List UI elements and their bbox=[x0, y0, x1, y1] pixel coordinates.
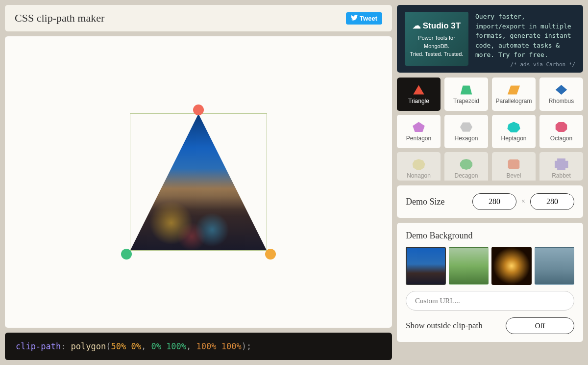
css-arg-2: 0% 100% bbox=[151, 341, 186, 351]
cloud-icon: ☁ bbox=[413, 20, 421, 32]
custom-url-input[interactable] bbox=[406, 291, 574, 311]
bevel-icon bbox=[507, 158, 521, 170]
twitter-icon bbox=[351, 15, 358, 22]
rhombus-icon bbox=[555, 84, 568, 96]
shape-label: Heptagon bbox=[501, 135, 526, 142]
pentagon-icon bbox=[412, 121, 426, 133]
parallelogram-icon bbox=[507, 84, 521, 96]
header-bar: CSS clip-path maker Tweet bbox=[5, 5, 392, 31]
shape-label: Hexagon bbox=[454, 135, 478, 142]
css-arg-3: 100% 100% bbox=[196, 341, 242, 351]
heptagon-icon bbox=[507, 121, 521, 133]
shape-label: Trapezoid bbox=[453, 98, 479, 104]
shape-label: Bevel bbox=[506, 172, 521, 179]
shape-tile-octagon[interactable]: Octagon bbox=[539, 115, 583, 148]
bg-thumb-sparkler[interactable] bbox=[491, 247, 532, 285]
bg-thumb-hills[interactable] bbox=[449, 247, 489, 285]
demo-image bbox=[130, 114, 267, 250]
css-property: clip-path bbox=[16, 341, 61, 351]
hexagon-icon bbox=[460, 121, 473, 133]
rabbet-icon bbox=[555, 158, 568, 170]
shape-tile-decagon[interactable]: Decagon bbox=[444, 152, 488, 181]
triangle-icon bbox=[412, 84, 426, 96]
ad-card[interactable]: ☁Studio 3T Power Tools for MongoDB. Trie… bbox=[397, 5, 583, 73]
shape-label: Nonagon bbox=[407, 172, 431, 179]
handle-bottom-left[interactable] bbox=[121, 249, 132, 260]
demo-background-panel: Demo Background Show outside clip-path O… bbox=[397, 223, 583, 342]
shape-label: Triangle bbox=[408, 98, 429, 104]
demo-bg-label: Demo Background bbox=[406, 231, 574, 241]
page-title: CSS clip-path maker bbox=[15, 12, 104, 25]
shape-tile-pentagon[interactable]: Pentagon bbox=[397, 115, 441, 148]
ad-copy: Query faster, import/export in multiple … bbox=[475, 12, 575, 60]
multiply-icon: × bbox=[521, 198, 525, 206]
shape-tile-trapezoid[interactable]: Trapezoid bbox=[444, 78, 488, 111]
demo-bounds bbox=[130, 113, 267, 251]
demo-size-label: Demo Size bbox=[406, 197, 444, 207]
show-outside-toggle[interactable]: Off bbox=[506, 317, 574, 334]
trapezoid-icon bbox=[460, 84, 473, 96]
handle-bottom-right[interactable] bbox=[265, 249, 276, 260]
demo-size-panel: Demo Size × bbox=[397, 185, 583, 218]
shape-tile-nonagon[interactable]: Nonagon bbox=[397, 152, 441, 181]
css-output[interactable]: clip-path: polygon(50% 0%, 0% 100%, 100%… bbox=[5, 333, 392, 360]
show-outside-label: Show outside clip-path bbox=[406, 321, 483, 331]
shape-label: Decagon bbox=[454, 172, 478, 179]
ad-logo: ☁Studio 3T Power Tools for MongoDB. Trie… bbox=[405, 12, 468, 66]
tweet-label: Tweet bbox=[360, 15, 377, 22]
shape-tile-rabbet[interactable]: Rabbet bbox=[539, 152, 583, 181]
bg-thumb-bridge[interactable] bbox=[406, 247, 446, 285]
shape-tile-hexagon[interactable]: Hexagon bbox=[444, 115, 488, 148]
shape-tile-parallelogram[interactable]: Parallelogram bbox=[492, 78, 536, 111]
demo-height-input[interactable] bbox=[530, 193, 574, 210]
handle-top[interactable] bbox=[193, 104, 204, 115]
tweet-button[interactable]: Tweet bbox=[346, 12, 382, 25]
ad-attribution: /* ads via Carbon */ bbox=[475, 61, 575, 69]
shape-label: Parallelogram bbox=[495, 98, 532, 104]
css-function: polygon bbox=[71, 341, 106, 351]
css-arg-1: 50% 0% bbox=[111, 341, 141, 351]
clip-canvas[interactable] bbox=[5, 36, 392, 328]
shape-label: Octagon bbox=[550, 135, 572, 142]
shape-tile-triangle[interactable]: Triangle bbox=[397, 78, 441, 111]
nonagon-icon bbox=[412, 158, 426, 170]
shape-tile-heptagon[interactable]: Heptagon bbox=[492, 115, 536, 148]
demo-width-input[interactable] bbox=[472, 193, 516, 210]
shape-tile-rhombus[interactable]: Rhombus bbox=[539, 78, 583, 111]
decagon-icon bbox=[460, 158, 473, 170]
bg-thumb-wave[interactable] bbox=[535, 247, 575, 285]
shape-label: Pentagon bbox=[406, 135, 431, 142]
shapes-panel: TriangleTrapezoidParallelogramRhombusPen… bbox=[397, 78, 583, 181]
shape-label: Rhombus bbox=[549, 98, 574, 104]
octagon-icon bbox=[555, 121, 568, 133]
shape-tile-bevel[interactable]: Bevel bbox=[492, 152, 536, 181]
shape-label: Rabbet bbox=[552, 172, 571, 179]
